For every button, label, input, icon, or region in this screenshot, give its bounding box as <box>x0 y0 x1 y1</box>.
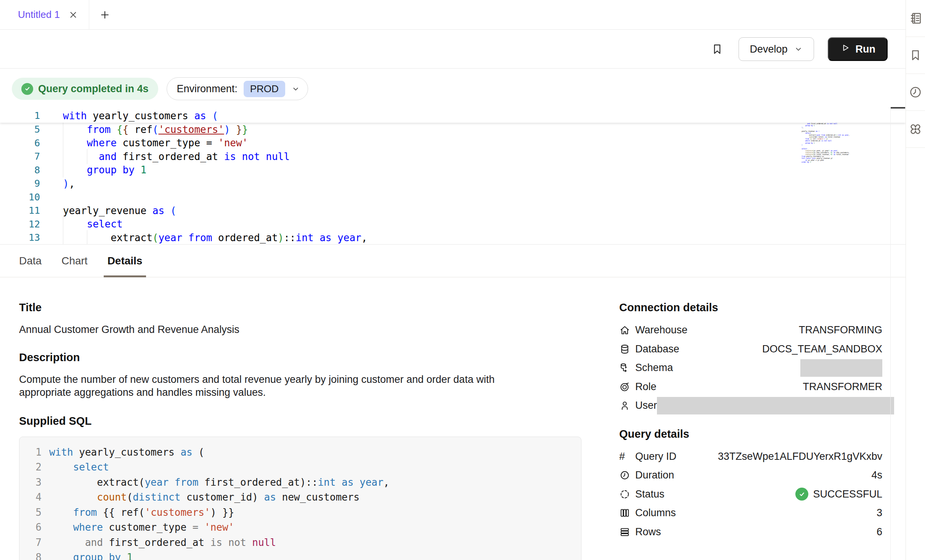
sql-line: 2 select <box>19 460 572 475</box>
sql-line: 6 where customer_type = 'new' <box>19 520 572 535</box>
detail-row-user: User <box>619 396 882 415</box>
tab-chart[interactable]: Chart <box>61 245 87 277</box>
detail-row-rows: Rows6 <box>619 523 882 542</box>
code-text: yearly_revenue as ( <box>63 205 906 216</box>
run-button[interactable]: Run <box>828 37 888 61</box>
indent-guide <box>87 149 87 164</box>
line-number: 3 <box>19 477 42 488</box>
detail-row-duration: Duration4s <box>619 466 882 485</box>
detail-label: Duration <box>635 469 674 481</box>
minimap-line: order by 1 <box>801 161 852 163</box>
detail-row-role: RoleTRANSFORMER <box>619 378 882 397</box>
line-number: 11 <box>0 205 40 216</box>
sidebar-item-paradime-logo[interactable] <box>906 111 925 148</box>
code-text: where customer_type = 'new' <box>49 522 234 533</box>
code-text: count(distinct customer_id) as new_custo… <box>49 491 360 503</box>
detail-label: Database <box>635 343 679 355</box>
status-text: SUCCESSFUL <box>813 488 882 500</box>
indent-guide <box>63 216 63 232</box>
tab-details[interactable]: Details <box>108 245 143 277</box>
code-text: and first_ordered_at is not null <box>63 151 906 162</box>
hash-icon: # <box>619 451 630 462</box>
detail-value: 3 <box>676 507 882 519</box>
result-tabs: DataChartDetails <box>0 245 906 277</box>
detail-label: Schema <box>635 362 673 374</box>
detail-row-columns: Columns3 <box>619 504 882 523</box>
sql-line: 7 and first_ordered_at is not null <box>19 535 572 550</box>
detail-row-status: StatusSUCCESSFUL <box>619 485 882 504</box>
editor-line: 9), <box>0 177 906 190</box>
detail-value <box>657 397 894 414</box>
detail-label: Query ID <box>635 451 676 462</box>
code-text: group by 1 <box>49 552 133 560</box>
indent-guide <box>63 135 63 150</box>
line-number: 12 <box>0 219 40 230</box>
tab-untitled-1[interactable]: Untitled 1 <box>0 0 89 29</box>
chevron-down-icon <box>794 45 803 54</box>
sql-editor[interactable]: 1with yearly_customers as ( 5 from {{ re… <box>0 109 906 245</box>
history-icon <box>909 85 922 99</box>
paradime-logo-icon <box>909 122 922 136</box>
bookmark-button[interactable] <box>710 42 725 57</box>
sql-line: 4 count(distinct customer_id) as new_cus… <box>19 490 572 505</box>
duration-icon <box>619 470 630 481</box>
develop-dropdown[interactable]: Develop <box>739 37 814 61</box>
indent-guide <box>63 122 63 137</box>
code-text: and first_ordered_at is not null <box>49 537 276 548</box>
tab-data[interactable]: Data <box>19 245 42 277</box>
toolbar: Develop Run <box>0 30 906 69</box>
sql-line: 3 extract(year from first_ordered_at)::i… <box>19 475 572 490</box>
line-number: 6 <box>0 138 40 149</box>
new-tab-button[interactable] <box>89 0 120 29</box>
detail-value: 33TZseWpe1ALFDUYerxR1gVKxbv <box>676 451 882 462</box>
sidebar-item-history[interactable] <box>906 74 925 111</box>
line-number: 6 <box>19 522 42 533</box>
line-number: 5 <box>0 124 40 135</box>
develop-label: Develop <box>750 43 787 55</box>
line-number: 1 <box>19 446 42 458</box>
user-icon <box>619 400 630 411</box>
editor-line: 8 group by 1 <box>0 163 906 177</box>
environment-label: Environment: <box>177 83 238 95</box>
content-right-divider <box>890 109 891 560</box>
sidebar-item-notebook[interactable] <box>906 0 925 37</box>
environment-value-chip: PROD <box>244 81 285 97</box>
code-text: select <box>49 461 109 473</box>
editor-line: 13 extract(year from ordered_at)::int as… <box>0 231 906 245</box>
indent-guide <box>63 230 63 245</box>
right-sidebar <box>906 0 925 560</box>
line-number: 7 <box>0 151 40 162</box>
sticky-scroll-line: 1with yearly_customers as ( <box>0 109 906 123</box>
line-number: 7 <box>19 537 42 548</box>
line-number: 9 <box>0 178 40 189</box>
code-text: with yearly_customers as ( <box>49 446 204 458</box>
code-text: ), <box>63 178 906 189</box>
columns-icon <box>619 507 630 518</box>
code-text: where customer_type = 'new' <box>63 137 906 149</box>
detail-value: 6 <box>661 526 882 538</box>
code-text: extract(year from ordered_at)::int as ye… <box>63 232 906 243</box>
close-icon[interactable] <box>68 10 78 20</box>
status-row: Query completed in 4s Environment: PROD <box>0 69 906 109</box>
detail-value: TRANSFORMING <box>687 324 882 336</box>
environment-dropdown[interactable]: Environment: PROD <box>167 77 308 100</box>
indent-guide <box>87 230 87 245</box>
tab-label: Untitled 1 <box>18 9 60 21</box>
detail-label: Role <box>635 381 657 393</box>
database-icon <box>619 344 630 355</box>
detail-label: Status <box>635 488 665 500</box>
sql-line: 8 group by 1 <box>19 550 572 560</box>
line-number: 4 <box>19 491 42 503</box>
line-number: 8 <box>0 165 40 176</box>
query-status-text: Query completed in 4s <box>38 83 149 95</box>
sidebar-item-bookmark[interactable] <box>906 37 925 74</box>
editor-line: 12 select <box>0 218 906 231</box>
indent-guide <box>63 162 63 178</box>
code-text: from {{ ref('customers') }} <box>63 124 906 135</box>
description-value: Compute the number of new customers and … <box>19 373 541 399</box>
query-details-rows: #Query ID33TZseWpe1ALFDUYerxR1gVKxbvDura… <box>619 447 882 542</box>
detail-row-query-id: #Query ID33TZseWpe1ALFDUYerxR1gVKxbv <box>619 447 882 466</box>
code-text: extract(year from first_ordered_at)::int… <box>49 477 389 488</box>
title-value: Annual Customer Growth and Revenue Analy… <box>19 323 581 336</box>
details-sidebar: Connection details WarehouseTRANSFORMING… <box>619 301 882 541</box>
